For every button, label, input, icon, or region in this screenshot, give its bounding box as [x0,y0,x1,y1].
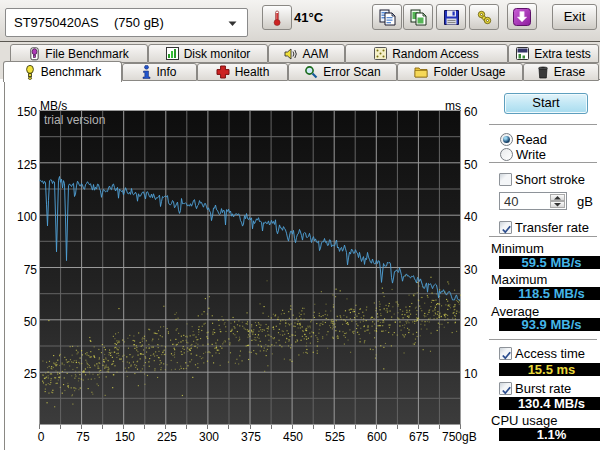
svg-text:trial version: trial version [44,113,105,127]
